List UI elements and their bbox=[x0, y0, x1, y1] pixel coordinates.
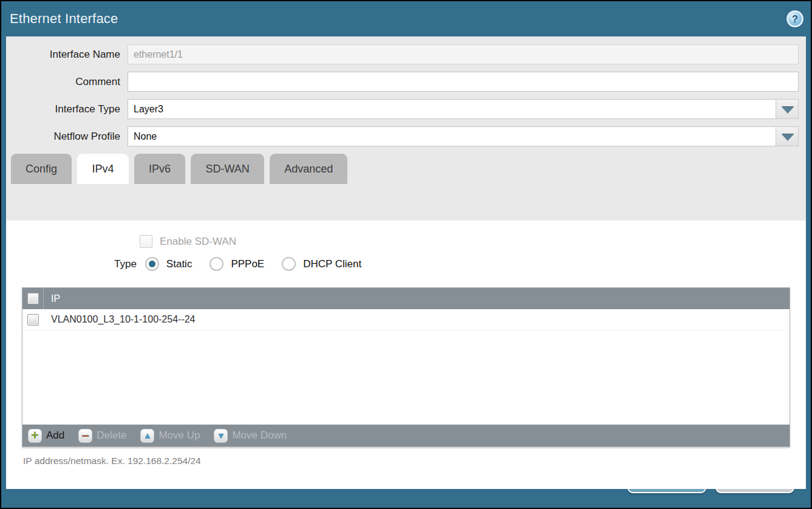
tab-ipv4[interactable]: IPv4 bbox=[77, 154, 128, 184]
interface-type-label: Interface Type bbox=[6, 103, 128, 115]
comment-row: Comment bbox=[6, 72, 799, 92]
interface-type-row: Interface Type bbox=[6, 99, 799, 119]
interface-name-row: Interface Name bbox=[6, 44, 799, 64]
add-button[interactable]: + Add bbox=[28, 429, 64, 443]
enable-sdwan-label: Enable SD-WAN bbox=[160, 236, 236, 248]
interface-name-field bbox=[128, 44, 799, 64]
enable-sdwan-checkbox[interactable] bbox=[140, 235, 152, 248]
move-up-button-label: Move Up bbox=[159, 429, 200, 442]
radio-option-pppoe[interactable]: PPPoE bbox=[210, 257, 264, 271]
radio-pppoe-label: PPPoE bbox=[231, 258, 264, 270]
move-down-arrow-icon: ▼ bbox=[214, 429, 228, 443]
radio-dhcp-label: DHCP Client bbox=[303, 258, 361, 270]
ip-cell[interactable]: VLAN0100_L3_10-1-100-254--24 bbox=[44, 314, 196, 325]
delete-button-label: Delete bbox=[97, 429, 126, 442]
delete-button[interactable]: − Delete bbox=[78, 429, 126, 443]
add-plus-icon: + bbox=[28, 429, 42, 443]
move-up-button[interactable]: ▲ Move Up bbox=[140, 429, 200, 443]
delete-minus-icon: − bbox=[78, 429, 92, 443]
radio-pppoe-icon[interactable] bbox=[210, 257, 223, 271]
netflow-profile-row: Netflow Profile bbox=[6, 126, 799, 146]
ip-table-header: IP bbox=[22, 288, 790, 309]
radio-option-static[interactable]: Static bbox=[145, 257, 193, 271]
help-icon[interactable]: ? bbox=[786, 10, 803, 27]
comment-field[interactable] bbox=[128, 72, 799, 92]
ipv4-tab-panel: Enable SD-WAN Type Static PPPoE DHCP Cli… bbox=[6, 220, 806, 489]
interface-type-select[interactable] bbox=[128, 99, 799, 119]
select-all-cell bbox=[22, 288, 44, 309]
ip-column-header: IP bbox=[44, 293, 60, 304]
type-radio-group: Type Static PPPoE DHCP Client bbox=[114, 257, 806, 271]
tab-advanced[interactable]: Advanced bbox=[270, 154, 347, 184]
radio-static-label: Static bbox=[166, 258, 193, 270]
netflow-profile-dropdown-arrow-icon[interactable] bbox=[776, 126, 799, 146]
tab-strip: Config IPv4 IPv6 SD-WAN Advanced bbox=[6, 154, 806, 184]
radio-static-icon[interactable] bbox=[145, 257, 159, 271]
enable-sdwan-row: Enable SD-WAN bbox=[140, 235, 806, 248]
type-label: Type bbox=[114, 258, 137, 270]
netflow-profile-label: Netflow Profile bbox=[6, 131, 128, 143]
select-all-checkbox[interactable] bbox=[27, 293, 39, 304]
row-checkbox-cell bbox=[22, 309, 44, 330]
table-row[interactable]: VLAN0100_L3_10-1-100-254--24 bbox=[22, 309, 790, 330]
add-button-label: Add bbox=[46, 429, 64, 442]
title-bar: Ethernet Interface ? bbox=[1, 1, 811, 36]
netflow-profile-select[interactable] bbox=[128, 126, 799, 146]
move-down-button-label: Move Down bbox=[232, 429, 287, 442]
interface-name-label: Interface Name bbox=[6, 49, 128, 61]
radio-option-dhcp[interactable]: DHCP Client bbox=[282, 257, 361, 271]
ip-table-toolbar: + Add − Delete ▲ Move Up ▼ Move Down bbox=[22, 425, 790, 446]
dialog-title: Ethernet Interface bbox=[10, 1, 118, 36]
tab-config[interactable]: Config bbox=[11, 154, 72, 184]
row-checkbox[interactable] bbox=[27, 314, 39, 326]
ethernet-interface-dialog: Ethernet Interface ? Interface Name Comm… bbox=[1, 1, 811, 508]
comment-label: Comment bbox=[6, 76, 128, 88]
ip-format-hint: IP address/netmask. Ex. 192.168.2.254/24 bbox=[23, 456, 806, 466]
interface-type-dropdown-arrow-icon[interactable] bbox=[776, 99, 799, 119]
dialog-content: Interface Name Comment Interface Type bbox=[6, 36, 806, 458]
ip-table: IP VLAN0100_L3_10-1-100-254--24 + Add bbox=[22, 287, 790, 447]
tab-ipv6[interactable]: IPv6 bbox=[134, 154, 185, 184]
move-up-arrow-icon: ▲ bbox=[140, 429, 154, 443]
radio-dhcp-icon[interactable] bbox=[282, 257, 296, 271]
form-area: Interface Name Comment Interface Type bbox=[6, 36, 806, 146]
tab-sdwan[interactable]: SD-WAN bbox=[191, 154, 264, 184]
ip-table-body: VLAN0100_L3_10-1-100-254--24 bbox=[22, 309, 790, 425]
move-down-button[interactable]: ▼ Move Down bbox=[214, 429, 287, 443]
